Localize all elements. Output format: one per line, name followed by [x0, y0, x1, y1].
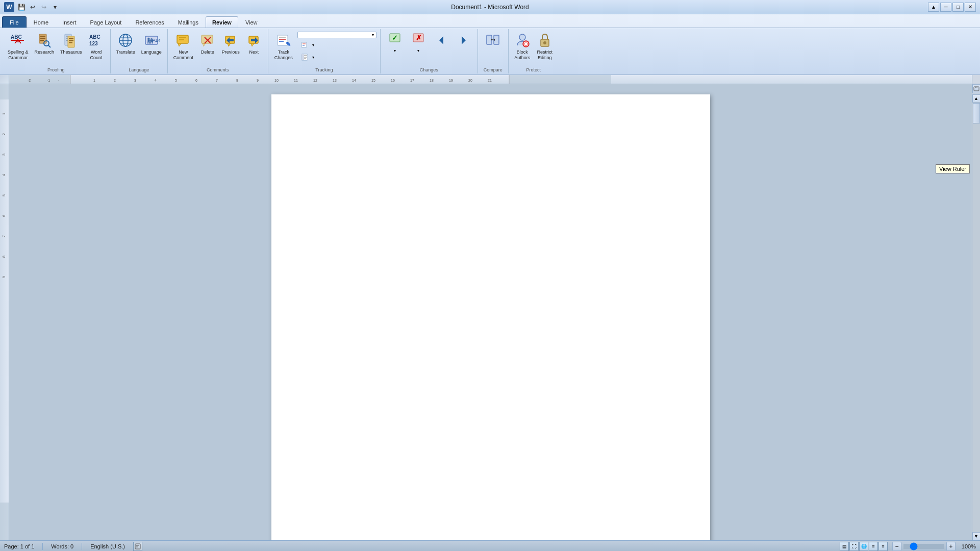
- research-button[interactable]: Research: [32, 30, 57, 57]
- previous-comment-label: Previous: [222, 49, 240, 55]
- svg-text:17: 17: [410, 79, 414, 82]
- svg-marker-28: [178, 43, 181, 46]
- reviewing-pane-button[interactable]: ▾: [297, 52, 376, 63]
- tab-file[interactable]: File: [2, 16, 27, 28]
- svg-rect-5: [40, 38, 45, 39]
- language-button[interactable]: 語 ABC Language: [139, 30, 164, 57]
- zoom-out-button[interactable]: −: [892, 542, 901, 551]
- svg-marker-57: [439, 36, 443, 44]
- svg-text:✗: ✗: [416, 34, 422, 42]
- window-title: Document1 - Microsoft Word: [451, 4, 529, 11]
- language-label: Language: [141, 49, 162, 55]
- new-comment-button[interactable]: NewComment: [171, 30, 196, 63]
- svg-text:9: 9: [2, 276, 6, 278]
- word-count-button[interactable]: ABC 123 WordCount: [86, 30, 107, 63]
- window-controls: ▲ ─ □ ✕: [928, 3, 976, 12]
- save-button[interactable]: 💾: [16, 3, 27, 12]
- svg-marker-58: [462, 36, 466, 44]
- svg-point-69: [543, 41, 546, 44]
- block-authors-button[interactable]: BlockAuthors: [512, 30, 533, 63]
- reviewing-pane-arrow: ▾: [312, 55, 314, 60]
- compare-button[interactable]: [482, 30, 504, 52]
- draft-button[interactable]: ≡: [878, 542, 888, 551]
- ribbon-collapse-button[interactable]: ▲: [928, 3, 939, 12]
- svg-rect-110: [974, 87, 979, 91]
- quick-access-dropdown[interactable]: ▾: [50, 3, 60, 12]
- svg-text:✎: ✎: [286, 41, 291, 48]
- svg-marker-32: [203, 43, 206, 46]
- undo-button[interactable]: ↩: [28, 3, 38, 12]
- web-layout-button[interactable]: 🌐: [859, 542, 868, 551]
- markup-dropdown[interactable]: ▾: [297, 32, 376, 38]
- spelling-grammar-button[interactable]: ABC Spelling &Grammar: [5, 30, 31, 63]
- previous-change-button[interactable]: [431, 30, 452, 52]
- reviewing-pane-icon: [300, 53, 309, 62]
- view-ruler-button[interactable]: [972, 84, 981, 93]
- accept-split-button: ✓ ▾: [384, 30, 406, 54]
- svg-rect-113: [135, 544, 140, 549]
- zoom-in-button[interactable]: +: [946, 542, 956, 551]
- svg-text:6: 6: [195, 79, 197, 82]
- previous-comment-button[interactable]: Previous: [219, 30, 242, 57]
- tab-mailings[interactable]: Mailings: [171, 16, 205, 28]
- accept-button[interactable]: ✓: [384, 30, 406, 48]
- restrict-editing-button[interactable]: RestrictEditing: [534, 30, 556, 63]
- word-count-icon: ABC 123: [88, 32, 105, 48]
- thesaurus-button[interactable]: Thesaurus: [58, 30, 85, 57]
- reject-split-button: ✗ ▾: [407, 30, 430, 54]
- restore-button[interactable]: □: [952, 3, 964, 12]
- minimize-button[interactable]: ─: [940, 3, 951, 12]
- tab-insert[interactable]: Insert: [56, 16, 83, 28]
- new-comment-label: NewComment: [173, 49, 193, 61]
- ribbon-group-compare: Compare: [478, 29, 509, 73]
- scroll-thumb[interactable]: [973, 103, 980, 123]
- show-markup-button[interactable]: ▾: [297, 39, 376, 51]
- scroll-down-button[interactable]: ▼: [972, 532, 981, 540]
- next-comment-button[interactable]: Next: [243, 30, 265, 57]
- tab-review[interactable]: Review: [206, 16, 238, 28]
- track-changes-icon: ✎: [275, 32, 292, 48]
- scroll-up-button[interactable]: ▲: [972, 94, 981, 103]
- redo-button[interactable]: ↪: [39, 3, 49, 12]
- spelling-icon: ABC: [10, 32, 26, 48]
- language-icon: 語 ABC: [143, 32, 160, 48]
- next-comment-icon: [246, 32, 262, 48]
- print-layout-button[interactable]: ▤: [840, 542, 849, 551]
- svg-rect-15: [69, 40, 73, 41]
- title-bar: W 💾 ↩ ↪ ▾ Document1 - Microsoft Word ▲ ─…: [0, 0, 980, 14]
- svg-text:123: 123: [89, 41, 98, 46]
- outline-button[interactable]: ≡: [869, 542, 878, 551]
- document-view-button[interactable]: [133, 542, 142, 551]
- tab-view[interactable]: View: [239, 16, 264, 28]
- tab-home[interactable]: Home: [27, 16, 55, 28]
- next-change-button[interactable]: [453, 30, 474, 52]
- ribbon-content: ABC Spelling &Grammar: [0, 28, 980, 74]
- translate-button[interactable]: Translate: [114, 30, 138, 57]
- document-page[interactable]: [271, 94, 710, 540]
- svg-text:5: 5: [175, 79, 177, 82]
- ribbon: File Home Insert Page Layout References …: [0, 14, 980, 75]
- scroll-area[interactable]: [9, 84, 972, 540]
- svg-text:ABC: ABC: [11, 34, 22, 40]
- close-button[interactable]: ✕: [965, 3, 976, 12]
- svg-rect-71: [9, 75, 70, 84]
- full-screen-button[interactable]: ⛶: [849, 542, 859, 551]
- accept-dropdown[interactable]: ▾: [384, 48, 406, 54]
- reject-button[interactable]: ✗: [407, 30, 430, 48]
- content-row: 1 2 3 4 5 6 7 8 9: [0, 84, 980, 540]
- app-icon: W: [4, 2, 14, 12]
- tab-references[interactable]: References: [129, 16, 170, 28]
- horizontal-ruler: 1 2 3 4 5 6 7 8 9 10 11 12 13 14 15 16 1…: [9, 75, 972, 84]
- track-changes-button[interactable]: ✎ TrackChanges: [272, 30, 295, 63]
- ruler-svg: 1 2 3 4 5 6 7 8 9 10 11 12 13 14 15 16 1…: [9, 75, 972, 84]
- tab-page-layout[interactable]: Page Layout: [84, 16, 129, 28]
- delete-comment-button[interactable]: Delete: [197, 30, 218, 57]
- block-authors-label: BlockAuthors: [514, 49, 530, 61]
- reject-dropdown[interactable]: ▾: [407, 48, 430, 54]
- svg-text:ABC: ABC: [153, 38, 160, 43]
- comments-group-label: Comments: [207, 67, 229, 72]
- zoom-slider[interactable]: [903, 544, 944, 549]
- svg-text:20: 20: [468, 79, 472, 82]
- research-icon: [36, 32, 53, 48]
- svg-text:2: 2: [114, 79, 116, 82]
